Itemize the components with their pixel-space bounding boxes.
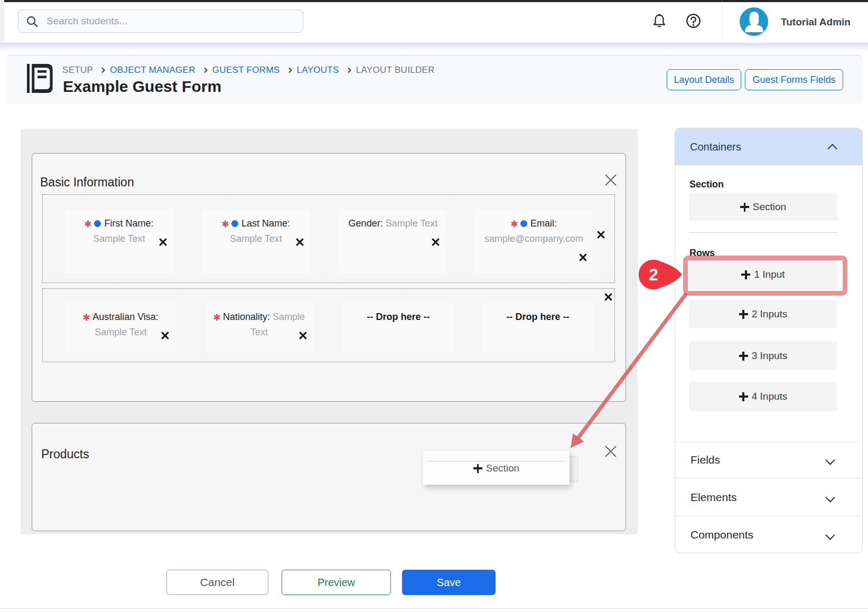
svg-text:2: 2 xyxy=(649,266,658,284)
